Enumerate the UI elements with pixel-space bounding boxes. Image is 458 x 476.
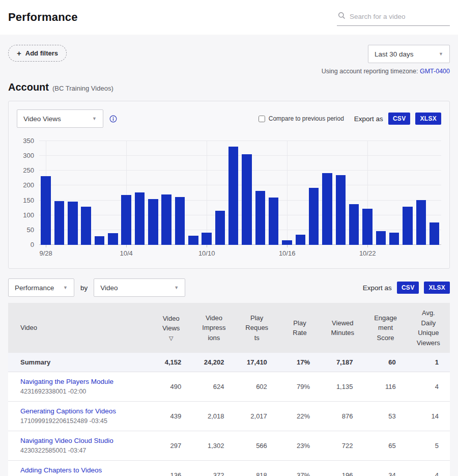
chevron-down-icon: ▼ (439, 51, 443, 57)
column-header-label: Avg.DailyUniqueViewers (413, 308, 444, 348)
table-row: Adding Chapters to Videos5167166949001 -… (8, 461, 450, 476)
entity-select[interactable]: Video ▼ (94, 278, 185, 297)
bar-slot (321, 141, 334, 245)
header-line: Video (156, 314, 186, 324)
metric-value: 4 (407, 383, 450, 390)
chart-bars (39, 141, 441, 245)
export-as-label: Export as (354, 115, 383, 123)
metric-value: 14 (407, 412, 450, 420)
bar-slot (147, 141, 160, 245)
video-cell: Navigating the Players Module42316923380… (8, 372, 150, 401)
bar-slot (39, 141, 52, 245)
breakdown-export: Export as CSV XLSX (363, 282, 450, 294)
chevron-down-icon: ▼ (174, 285, 179, 290)
video-cell: Generating Captions for Videos1710999192… (8, 402, 150, 431)
bar-slot (374, 141, 387, 245)
column-header-label: PlayRequests (242, 313, 272, 343)
video-title-link[interactable]: Navigating Video Cloud Studio (20, 436, 145, 446)
bar-10/6 (148, 199, 158, 245)
x-tick-mark (207, 245, 207, 247)
column-header-viewed-minutes[interactable]: ViewedMinutes (321, 313, 364, 343)
bar-10/12 (228, 147, 238, 245)
video-title-link[interactable]: Navigating the Players Module (20, 377, 145, 387)
bar-10/9 (188, 236, 198, 245)
metric-value: 602 (236, 383, 278, 390)
bar-10/23 (376, 231, 386, 245)
account-subtitle: (BC Training Videos) (52, 85, 113, 92)
export-xlsx-button[interactable]: XLSX (415, 113, 441, 125)
bar-10/26 (416, 200, 426, 245)
add-filters-label: Add filters (25, 49, 58, 57)
compare-checkbox[interactable] (259, 116, 265, 122)
video-title-link[interactable]: Generating Captions for Videos (20, 406, 145, 416)
summary-value: 17,410 (236, 358, 278, 366)
x-tick-label: 10/10 (198, 249, 215, 257)
metric-value: 876 (321, 412, 364, 420)
header-line: Views (156, 323, 186, 333)
video-title-link[interactable]: Adding Chapters to Videos (20, 465, 145, 475)
bar-slot (253, 141, 267, 245)
metric-value: 1,135 (321, 383, 364, 390)
summary-value: 7,187 (321, 358, 364, 366)
column-header-video[interactable]: Video (8, 318, 150, 338)
header-line: Play (284, 318, 315, 328)
account-heading: Account (8, 81, 49, 93)
breakdown-controls: Performance ▼ by Video ▼ Export as CSV X… (8, 278, 450, 297)
header-line: Minutes (327, 328, 358, 338)
info-icon[interactable] (109, 115, 117, 123)
timezone-link[interactable]: GMT-0400 (420, 68, 450, 75)
bar-slot (52, 141, 66, 245)
export-xlsx-button[interactable]: XLSX (424, 282, 450, 294)
export-csv-button[interactable]: CSV (388, 113, 411, 125)
bar-10/11 (215, 211, 225, 245)
column-header-label: ViewedMinutes (327, 318, 358, 338)
page-title: Performance (8, 11, 78, 24)
column-header-engagement-score[interactable]: EngagementScore (364, 308, 407, 348)
y-tick-label: 250 (17, 166, 34, 175)
column-header-play-rate[interactable]: PlayRate (278, 313, 321, 343)
y-tick-label: 50 (17, 226, 34, 234)
video-id-duration: 4231692338001 -02:00 (20, 387, 145, 397)
header-line: Video (198, 313, 229, 323)
x-tick-mark (367, 245, 368, 247)
date-range-value: Last 30 days (375, 50, 414, 58)
header-line: Daily (413, 318, 444, 328)
compare-label[interactable]: Compare to previous period (269, 115, 344, 122)
header-line: Score (370, 333, 400, 343)
column-header-avg-daily-unique-viewers[interactable]: Avg.DailyUniqueViewers (407, 303, 450, 353)
bar-slot (93, 141, 106, 245)
video-search[interactable] (337, 9, 450, 26)
table-row: Navigating Video Cloud Studio42303225850… (8, 431, 450, 461)
bar-slot (294, 141, 307, 245)
summary-value: 17% (278, 358, 321, 366)
y-tick-label: 150 (17, 197, 34, 205)
add-filters-button[interactable]: + Add filters (8, 45, 67, 62)
summary-label: Summary (8, 358, 150, 366)
metric-select[interactable]: Video Views ▼ (17, 109, 103, 128)
bar-10/2 (95, 236, 104, 245)
bar-slot (267, 141, 280, 245)
dimension-select[interactable]: Performance ▼ (8, 278, 74, 297)
bar-10/20 (336, 175, 346, 245)
bar-10/24 (389, 233, 399, 245)
export-csv-button[interactable]: CSV (397, 282, 419, 294)
bar-slot (334, 141, 347, 245)
chart-controls-right: Compare to previous period Export as CSV… (259, 113, 441, 125)
date-range-select[interactable]: Last 30 days ▼ (368, 45, 450, 63)
summary-value: 60 (364, 358, 407, 366)
video-id-duration: 1710999192206152489 -03:45 (20, 416, 145, 426)
column-header-label: VideoImpressions (198, 313, 229, 343)
table-body: Navigating the Players Module42316923380… (8, 372, 450, 476)
column-header-play-requests[interactable]: PlayRequests (236, 308, 278, 348)
table-summary-row: Summary4,15224,20217,41017%7,187601 (8, 353, 450, 372)
search-input[interactable] (350, 13, 449, 20)
column-header-video-impressions[interactable]: VideoImpressions (192, 308, 235, 348)
header-line: Viewers (413, 338, 444, 348)
column-header-video-views[interactable]: VideoViews▽ (150, 309, 192, 348)
bar-10/8 (175, 197, 185, 245)
bar-10/25 (403, 207, 412, 245)
compare-control: Compare to previous period (259, 115, 344, 122)
bar-slot (388, 141, 401, 245)
bar-slot (401, 141, 414, 245)
bar-slot (361, 141, 374, 245)
